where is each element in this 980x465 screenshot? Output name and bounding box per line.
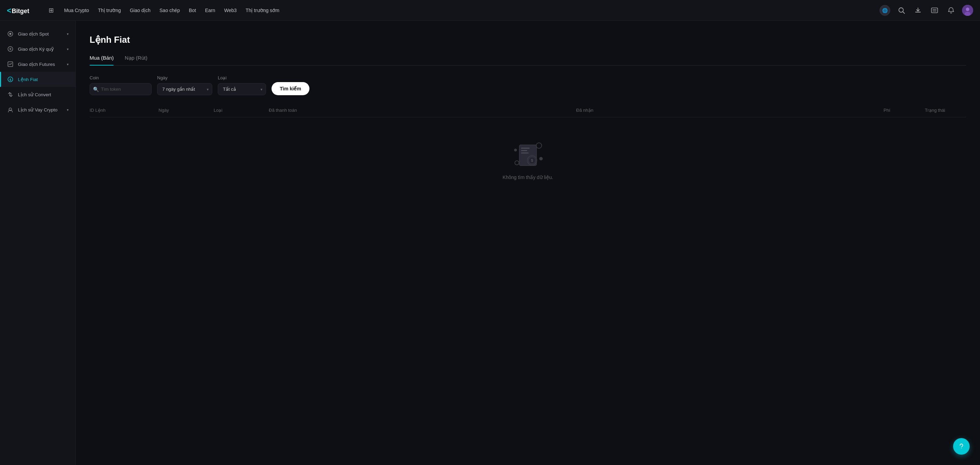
- filter-row: Coin 🔍 Ngày 7 ngày gần nhất 30 ngày gần …: [89, 75, 966, 95]
- spot-icon: [7, 30, 14, 37]
- nav-item-thi-truong[interactable]: Thị trường: [94, 5, 125, 16]
- svg-point-24: [536, 143, 542, 148]
- coin-input-wrap: 🔍: [89, 83, 152, 95]
- navbar: < Bitget ⊞ Mua Crypto Thị trường Giao dị…: [0, 0, 980, 21]
- svg-rect-7: [931, 8, 938, 13]
- empty-illustration: $: [511, 138, 545, 169]
- nav-items: Mua Crypto Thị trường Giao dịch Sao chép…: [60, 5, 878, 16]
- svg-point-9: [966, 8, 969, 11]
- sidebar-item-label: Lịch sử Vay Crypto: [18, 107, 63, 112]
- empty-state: $ Không tìm thấy dữ liệu.: [89, 117, 966, 194]
- empty-text: Không tìm thấy dữ liệu.: [503, 174, 554, 180]
- nav-item-earn[interactable]: Earn: [201, 5, 220, 16]
- svg-text:Bitget: Bitget: [12, 8, 29, 14]
- date-label: Ngày: [157, 75, 212, 80]
- type-select-wrap: Tất cả Mua Bán ▾: [218, 83, 266, 95]
- nav-right: 🌐: [880, 5, 973, 16]
- svg-text:$: $: [531, 159, 533, 163]
- type-label: Loại: [218, 75, 266, 80]
- loan-icon: [7, 106, 14, 113]
- type-filter-group: Loại Tất cả Mua Bán ▾: [218, 75, 266, 95]
- tab-mua-ban[interactable]: Mua (Bán): [89, 55, 114, 65]
- notification-icon[interactable]: [945, 5, 956, 16]
- main-content: Lệnh Fiat Mua (Bán) Nạp (Rút) Coin 🔍 Ngà…: [76, 21, 980, 465]
- coin-search-input[interactable]: [89, 83, 152, 95]
- sidebar-item-lich-su-convert[interactable]: Lịch sử Convert: [0, 87, 75, 102]
- col-phi: Phí: [883, 108, 925, 113]
- download-icon[interactable]: [912, 5, 923, 16]
- chevron-down-icon: ▾: [67, 108, 68, 112]
- nav-item-thi-truong-som[interactable]: Thị trường sớm: [242, 5, 283, 16]
- grid-menu-button[interactable]: ⊞: [45, 4, 57, 16]
- sidebar-item-lenh-fiat[interactable]: $ Lệnh Fiat: [0, 72, 75, 87]
- svg-text:<: <: [7, 6, 11, 15]
- nav-item-giao-dich[interactable]: Giao dịch: [126, 5, 155, 16]
- table: ID Lệnh Ngày Loại Đã thanh toán Đã nhận …: [89, 104, 966, 194]
- sidebar-item-giao-dich-spot[interactable]: Giao dịch Spot ▾: [0, 26, 75, 42]
- sidebar-item-giao-dich-futures[interactable]: Giao dịch Futures ▾: [0, 57, 75, 72]
- svg-point-25: [515, 161, 519, 165]
- svg-point-32: [961, 448, 962, 449]
- chevron-down-icon: ▾: [67, 47, 68, 51]
- svg-text:$: $: [9, 78, 11, 81]
- sidebar-item-lich-su-vay-crypto[interactable]: Lịch sử Vay Crypto ▾: [0, 102, 75, 117]
- col-id-lenh: ID Lệnh: [89, 108, 159, 113]
- tabs: Mua (Bán) Nạp (Rút): [89, 55, 966, 66]
- logo[interactable]: < Bitget: [7, 5, 38, 15]
- language-icon[interactable]: 🌐: [880, 5, 891, 16]
- chevron-down-icon: ▾: [67, 32, 68, 36]
- col-da-thanh-toan: Đã thanh toán: [269, 108, 576, 113]
- col-loai: Loại: [214, 108, 269, 113]
- sidebar-item-label: Giao dịch Ký quỹ: [18, 46, 63, 52]
- table-header: ID Lệnh Ngày Loại Đã thanh toán Đã nhận …: [89, 104, 966, 117]
- nav-item-sao-chep[interactable]: Sao chép: [156, 5, 184, 16]
- sidebar-item-label: Giao dịch Futures: [18, 61, 63, 67]
- coin-filter-group: Coin 🔍: [89, 75, 152, 95]
- transfer-icon[interactable]: [929, 5, 940, 16]
- svg-point-26: [539, 157, 543, 160]
- sidebar: Giao dịch Spot ▾ Giao dịch Ký quỹ ▾ Gi: [0, 21, 76, 465]
- search-icon[interactable]: [896, 5, 907, 16]
- tab-nap-rut[interactable]: Nạp (Rút): [125, 55, 148, 65]
- coin-label: Coin: [89, 75, 152, 80]
- search-small-icon: 🔍: [93, 86, 99, 92]
- sidebar-item-label: Giao dịch Spot: [18, 31, 63, 37]
- nav-item-web3[interactable]: Web3: [220, 5, 241, 16]
- date-select-wrap: 7 ngày gần nhất 30 ngày gần nhất 3 tháng…: [157, 83, 212, 95]
- svg-line-5: [903, 12, 905, 13]
- svg-rect-21: [521, 148, 530, 149]
- col-ngay: Ngày: [159, 108, 214, 113]
- sidebar-item-giao-dich-ky-quy[interactable]: Giao dịch Ký quỹ ▾: [0, 42, 75, 57]
- svg-rect-6: [915, 12, 921, 13]
- svg-point-27: [514, 149, 517, 152]
- sidebar-item-label: Lệnh Fiat: [18, 77, 68, 82]
- sidebar-item-label: Lịch sử Convert: [18, 92, 68, 97]
- nav-item-mua-crypto[interactable]: Mua Crypto: [60, 5, 93, 16]
- date-select[interactable]: 7 ngày gần nhất 30 ngày gần nhất 3 tháng…: [157, 83, 212, 95]
- convert-icon: [7, 91, 14, 98]
- layout: Giao dịch Spot ▾ Giao dịch Ký quỹ ▾ Gi: [0, 21, 980, 465]
- search-button[interactable]: Tìm kiếm: [272, 82, 309, 95]
- futures-icon: [7, 61, 14, 68]
- col-trang-thai: Trạng thái: [925, 108, 966, 113]
- date-filter-group: Ngày 7 ngày gần nhất 30 ngày gần nhất 3 …: [157, 75, 212, 95]
- type-select[interactable]: Tất cả Mua Bán: [218, 83, 266, 95]
- nav-item-bot[interactable]: Bot: [185, 5, 200, 16]
- chevron-down-icon: ▾: [67, 62, 68, 66]
- avatar[interactable]: [962, 5, 973, 16]
- margin-icon: [7, 46, 14, 53]
- col-da-nhan: Đã nhận: [576, 108, 883, 113]
- fiat-icon: $: [7, 76, 14, 83]
- svg-rect-22: [521, 150, 527, 151]
- chat-support-button[interactable]: [953, 438, 970, 455]
- svg-point-12: [9, 33, 11, 35]
- page-title: Lệnh Fiat: [89, 35, 966, 45]
- svg-rect-23: [521, 152, 528, 153]
- svg-point-10: [964, 12, 971, 16]
- svg-text:🌐: 🌐: [882, 7, 888, 13]
